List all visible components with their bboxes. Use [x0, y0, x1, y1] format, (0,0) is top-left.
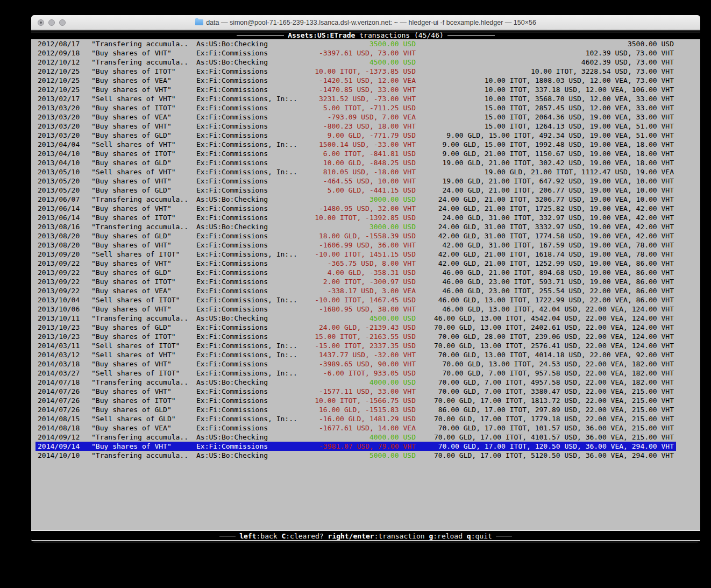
transaction-row[interactable]: 2014/07/26"Buy shares of ITOT"Ex:Fi:Comm… — [35, 396, 676, 405]
transaction-row[interactable]: 2013/08/20"Buy shares of GLD"Ex:Fi:Commi… — [35, 231, 676, 240]
close-dot-icon — [40, 22, 42, 24]
transaction-date: 2014/10/10 — [38, 451, 80, 460]
transaction-change-amount: -16.00 GLD, 1481.29 USD — [319, 414, 416, 423]
transaction-other-accounts: As:US:Bo:Checking — [196, 58, 268, 67]
transaction-row[interactable]: 2013/05/10"Sell shares of VHT"Ex:Fi:Comm… — [35, 167, 676, 176]
transaction-running-balance: 46.00 GLD, 13.00 ITOT, 1722.99 USD, 22.0… — [438, 295, 674, 304]
transaction-row[interactable]: 2012/10/25"Buy shares of VHT"Ex:Fi:Commi… — [35, 85, 676, 94]
transaction-row[interactable]: 2014/03/12"Sell shares of VHT"Ex:Fi:Comm… — [35, 350, 676, 359]
transaction-date: 2013/08/20 — [38, 231, 80, 240]
transaction-row[interactable]: 2013/02/17"Sell shares of VHT"Ex:Fi:Comm… — [35, 94, 676, 103]
transaction-change-amount: 10.00 ITOT, -1566.75 USD — [315, 396, 416, 405]
transaction-other-accounts: Ex:Fi:Commissions, In:.. — [196, 369, 297, 378]
transaction-row[interactable]: 2013/10/06"Buy shares of VHT"Ex:Fi:Commi… — [35, 304, 676, 314]
transaction-description: "Buy shares of VHT" — [91, 48, 172, 58]
transaction-description: "Sell shares of ITOT" — [91, 341, 180, 350]
transaction-other-accounts: As:US:Bo:Checking — [196, 433, 268, 442]
transaction-description: "Buy shares of VHT" — [91, 387, 172, 396]
transaction-running-balance: 10.00 ITOT, 337.18 USD, 12.00 VEA, 106.0… — [485, 85, 674, 94]
transaction-row[interactable]: 2013/03/20"Buy shares of VHT"Ex:Fi:Commi… — [35, 122, 676, 131]
transaction-row[interactable]: 2013/03/20"Buy shares of ITOT"Ex:Fi:Comm… — [35, 103, 676, 112]
transaction-row[interactable]: 2013/10/11"Transfering accumula..As:US:B… — [35, 314, 676, 323]
transaction-row[interactable]: 2013/10/23"Buy shares of GLD"Ex:Fi:Commi… — [35, 323, 676, 332]
transaction-other-accounts: Ex:Fi:Commissions — [196, 323, 268, 332]
transaction-date: 2013/08/20 — [38, 240, 80, 250]
transaction-other-accounts: Ex:Fi:Commissions, In:.. — [196, 250, 297, 259]
transaction-change-amount: -6.00 ITOT, 933.05 USD — [323, 369, 416, 378]
transaction-description: "Transfering accumula.. — [91, 222, 188, 231]
transaction-row[interactable]: 2013/08/20"Buy shares of VHT"Ex:Fi:Commi… — [35, 240, 676, 250]
transaction-row[interactable]: 2013/03/20"Buy shares of GLD"Ex:Fi:Commi… — [35, 131, 676, 140]
transaction-row[interactable]: 2012/08/17"Transfering accumula..As:US:B… — [35, 39, 676, 48]
transaction-other-accounts: As:US:Bo:Checking — [196, 378, 268, 387]
transaction-running-balance: 10.00 ITOT, 3228.54 USD, 73.00 VHT — [531, 67, 674, 76]
transaction-row[interactable]: 2014/10/10"Transfering accumula..As:US:B… — [35, 451, 676, 460]
transaction-running-balance: 24.00 GLD, 21.00 ITOT, 206.77 USD, 19.00… — [443, 186, 674, 195]
transaction-running-balance: 3500.00 USD — [628, 39, 674, 48]
transaction-description: "Sell shares of VHT" — [91, 140, 176, 149]
transaction-date: 2013/03/20 — [38, 103, 80, 112]
transaction-row[interactable]: 2013/08/16"Transfering accumula..As:US:B… — [35, 222, 676, 231]
transaction-other-accounts: Ex:Fi:Commissions — [196, 176, 268, 186]
transaction-other-accounts: Ex:Fi:Commissions — [196, 268, 268, 277]
transaction-row[interactable]: 2013/10/04"Sell shares of ITOT"Ex:Fi:Com… — [35, 295, 676, 304]
transaction-other-accounts: Ex:Fi:Commissions — [196, 231, 268, 240]
transaction-date: 2014/03/11 — [38, 341, 80, 350]
window-close-button[interactable] — [38, 19, 44, 26]
window-zoom-button[interactable] — [59, 19, 66, 26]
transaction-row[interactable]: 2014/03/18"Buy shares of VHT"Ex:Fi:Commi… — [35, 359, 676, 369]
transaction-row[interactable]: 2014/08/15"Sell shares of GLD"Ex:Fi:Comm… — [35, 414, 676, 423]
transaction-change-amount: 10.00 GLD, -848.25 USD — [323, 158, 416, 167]
transaction-running-balance: 42.00 GLD, 21.00 ITOT, 1618.74 USD, 19.0… — [438, 250, 674, 259]
transaction-row[interactable]: 2013/09/22"Buy shares of VHT"Ex:Fi:Commi… — [35, 259, 676, 268]
transaction-row[interactable]: 2013/04/10"Buy shares of GLD"Ex:Fi:Commi… — [35, 158, 676, 167]
transaction-row[interactable]: 2014/07/26"Buy shares of GLD"Ex:Fi:Commi… — [35, 405, 676, 414]
transaction-row[interactable]: 2013/09/22"Buy shares of GLD"Ex:Fi:Commi… — [35, 268, 676, 277]
transaction-row[interactable]: 2014/07/18"Transfering accumula..As:US:B… — [35, 378, 676, 387]
transaction-row[interactable]: 2013/04/10"Buy shares of ITOT"Ex:Fi:Comm… — [35, 149, 676, 158]
transaction-row[interactable]: 2012/10/25"Buy shares of VEA"Ex:Fi:Commi… — [35, 76, 676, 85]
transaction-row[interactable]: 2014/03/27"Sell shares of ITOT"Ex:Fi:Com… — [35, 369, 676, 378]
transaction-change-amount: 9.00 GLD, -771.79 USD — [328, 131, 416, 140]
terminal-content: Assets:US:ETrade transactions (45/46) 20… — [31, 30, 700, 542]
window-title-group: data — simon@pool-71-165-239-133.lsanca.… — [195, 19, 536, 26]
transaction-row[interactable]: 2013/09/22"Buy shares of ITOT"Ex:Fi:Comm… — [35, 277, 676, 286]
transaction-row[interactable]: 2014/03/11"Sell shares of ITOT"Ex:Fi:Com… — [35, 341, 676, 350]
transaction-row[interactable]: 2013/06/14"Buy shares of ITOT"Ex:Fi:Comm… — [35, 213, 676, 222]
transaction-row[interactable]: 2014/07/26"Buy shares of VHT"Ex:Fi:Commi… — [35, 387, 676, 396]
transaction-other-accounts: Ex:Fi:Commissions — [196, 131, 268, 140]
window-titlebar[interactable]: data — simon@pool-71-165-239-133.lsanca.… — [31, 15, 700, 30]
transaction-other-accounts: Ex:Fi:Commissions — [196, 259, 268, 268]
transaction-row-selected[interactable]: 2014/09/14"Buy shares of VHT"Ex:Fi:Commi… — [35, 442, 676, 451]
hint-description: :transaction — [374, 532, 429, 540]
transaction-row[interactable]: 2013/04/04"Sell shares of VHT"Ex:Fi:Comm… — [35, 140, 676, 149]
transaction-other-accounts: Ex:Fi:Commissions — [196, 304, 268, 314]
transaction-other-accounts: Ex:Fi:Commissions — [196, 405, 268, 414]
transaction-row[interactable]: 2013/09/20"Sell shares of ITOT"Ex:Fi:Com… — [35, 250, 676, 259]
transaction-row[interactable]: 2013/10/23"Buy shares of ITOT"Ex:Fi:Comm… — [35, 332, 676, 341]
transaction-row[interactable]: 2012/10/12"Transfering accumula..As:US:B… — [35, 58, 676, 67]
transaction-date: 2014/09/12 — [38, 433, 80, 442]
transaction-row[interactable]: 2014/09/12"Transfering accumula..As:US:B… — [35, 433, 676, 442]
window-minimize-button[interactable] — [48, 19, 55, 26]
transaction-change-amount: -3981.07 USD, 79.00 VHT — [319, 442, 416, 451]
transaction-running-balance: 70.00 GLD, 13.00 ITOT, 4014.18 USD, 22.0… — [438, 350, 674, 359]
transaction-running-balance: 70.00 GLD, 17.00 ITOT, 101.57 USD, 36.00… — [438, 423, 674, 433]
transaction-row[interactable]: 2013/03/20"Buy shares of VEA"Ex:Fi:Commi… — [35, 112, 676, 122]
transaction-row[interactable]: 2012/10/25"Buy shares of ITOT"Ex:Fi:Comm… — [35, 67, 676, 76]
transaction-row[interactable]: 2014/08/18"Buy shares of VEA"Ex:Fi:Commi… — [35, 423, 676, 433]
transaction-row[interactable]: 2013/05/20"Buy shares of VHT"Ex:Fi:Commi… — [35, 176, 676, 186]
transaction-row[interactable]: 2013/06/14"Buy shares of VHT"Ex:Fi:Commi… — [35, 204, 676, 213]
transaction-other-accounts: Ex:Fi:Commissions, In:.. — [196, 341, 297, 350]
transaction-other-accounts: As:US:Bo:Checking — [196, 451, 268, 460]
transaction-row[interactable]: 2013/06/07"Transfering accumula..As:US:B… — [35, 195, 676, 204]
transaction-change-amount: -1680.95 USD, 38.00 VHT — [319, 304, 416, 314]
transaction-row[interactable]: 2013/05/20"Buy shares of GLD"Ex:Fi:Commi… — [35, 186, 676, 195]
header-dash-right — [447, 35, 495, 36]
transaction-other-accounts: Ex:Fi:Commissions, In:.. — [196, 295, 297, 304]
transaction-row[interactable]: 2013/09/22"Buy shares of VEA"Ex:Fi:Commi… — [35, 286, 676, 295]
transaction-description: "Buy shares of ITOT" — [91, 277, 176, 286]
transaction-running-balance: 70.00 GLD, 7.00 ITOT, 4957.58 USD, 22.00… — [438, 378, 674, 387]
transaction-description: "Buy shares of ITOT" — [91, 213, 176, 222]
transaction-row[interactable]: 2012/09/18"Buy shares of VHT"Ex:Fi:Commi… — [35, 48, 676, 58]
